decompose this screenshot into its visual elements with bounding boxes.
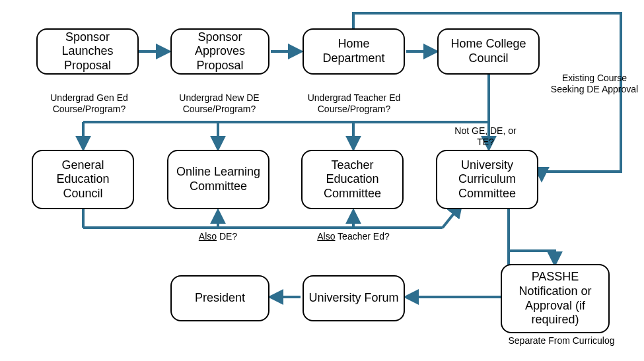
node-home-department: Home Department bbox=[303, 28, 405, 75]
label-undergrad-gened: Undergrad Gen Ed Course/Program? bbox=[36, 92, 142, 115]
label-undergrad-teacher-ed: Undergrad Teacher Ed Course/Program? bbox=[301, 92, 407, 115]
node-online-learning-committee: Online Learning Committee bbox=[167, 150, 269, 209]
node-label: Online Learning Committee bbox=[171, 165, 266, 193]
label-not-ge-de-te: Not GE, DE, or TE? bbox=[449, 125, 522, 148]
label-existing-de-approval: Existing Course Seeking DE Approval bbox=[545, 73, 644, 95]
node-label: Home Department bbox=[306, 37, 401, 65]
label-also-de: Also DE? bbox=[185, 231, 251, 242]
label-separate-from-curriculog: Separate From Curriculog bbox=[502, 335, 621, 346]
node-label: Teacher Education Committee bbox=[305, 158, 400, 201]
node-general-education-council: General Education Council bbox=[32, 150, 134, 209]
node-label: General Education Council bbox=[36, 158, 130, 201]
label-also-teacher-ed: Also Teacher Ed? bbox=[304, 231, 403, 242]
node-label: Home College Council bbox=[441, 37, 536, 65]
node-sponsor-approves-proposal: Sponsor Approves Proposal bbox=[170, 28, 269, 75]
label-undergrad-new-de: Undergrad New DE Course/Program? bbox=[166, 92, 272, 115]
node-passhe-notification: PASSHE Notification or Approval (if requ… bbox=[501, 264, 610, 333]
node-label: University Curriculum Committee bbox=[440, 158, 534, 201]
node-label: President bbox=[195, 291, 245, 306]
node-label: University Forum bbox=[308, 291, 398, 306]
node-sponsor-launches-proposal: Sponsor Launches Proposal bbox=[36, 28, 139, 75]
node-university-curriculum-committee: University Curriculum Committee bbox=[436, 150, 538, 209]
node-label: Sponsor Approves Proposal bbox=[174, 30, 266, 73]
node-university-forum: University Forum bbox=[303, 275, 405, 321]
node-president: President bbox=[170, 275, 269, 321]
node-label: PASSHE Notification or Approval (if requ… bbox=[505, 270, 606, 327]
node-teacher-education-committee: Teacher Education Committee bbox=[301, 150, 404, 209]
node-home-college-council: Home College Council bbox=[437, 28, 540, 75]
node-label: Sponsor Launches Proposal bbox=[40, 30, 135, 73]
